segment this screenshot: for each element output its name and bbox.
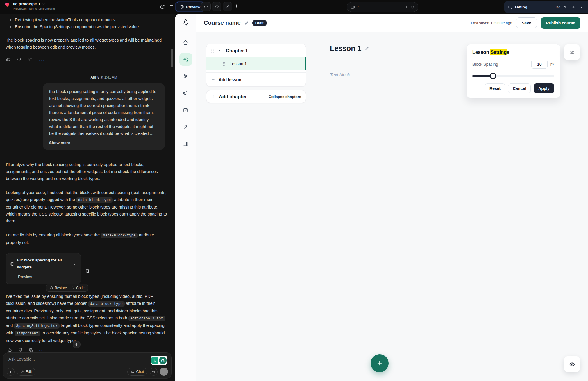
show-more-link[interactable]: Show more [49,139,70,146]
sidebar-item-analytics[interactable] [179,137,192,150]
chat-mode-button[interactable]: Chat [127,368,147,376]
edit-course-name-icon[interactable] [244,21,249,25]
thumbs-down-icon[interactable] [17,57,22,62]
edit-lesson-name-icon[interactable] [365,46,370,51]
code-label: Code [76,286,85,290]
lesson-list-item[interactable]: Lesson 1 [206,57,306,70]
bullet-text: Retrieving it when the ActionTools compo… [15,16,115,23]
sidebar-item-store[interactable] [179,104,192,116]
add-chapter-button[interactable]: Add chapter [211,94,247,99]
save-button[interactable]: Save [516,17,537,28]
add-tab-icon[interactable] [234,4,239,8]
block-spacing-slider-thumb[interactable] [490,73,496,79]
cloud-icon[interactable] [201,2,211,11]
find-next-icon[interactable] [571,4,576,10]
chapter-header[interactable]: Chapter 1 [206,44,306,57]
edit-action-card[interactable]: Fix block spacing for all widgets Previe… [6,253,81,284]
action-card-subtitle[interactable]: Preview [18,273,76,280]
app-content: Chapter 1 Lesson 1 Add lesson [196,32,588,381]
add-block-fab[interactable] [371,354,389,372]
ask-lovable-input[interactable] [8,357,104,362]
more-options-icon[interactable]: ··· [39,57,44,62]
open-external-icon[interactable] [404,5,408,9]
url-path[interactable]: / [358,5,401,9]
restore-button[interactable]: Restore [49,286,67,290]
app-header: Course name Draft Last saved 1 minute ag… [196,14,588,32]
thumbs-up-icon[interactable] [6,57,11,62]
lesson-heading: Lesson 1 [330,44,361,53]
settings-sliders-button[interactable] [564,44,580,60]
preview-eye-button[interactable] [564,356,580,372]
sidebar-item-home[interactable] [179,36,192,49]
app-main-column: Course name Draft Last saved 1 minute ag… [196,14,588,381]
drag-handle-icon[interactable] [223,62,226,66]
url-bar[interactable]: / [347,2,418,12]
assistant-paragraph: Let me fix this by ensuring all block ty… [6,232,169,246]
collapse-chapter-icon[interactable] [218,49,222,53]
app-sidebar [175,14,196,381]
last-saved-text: Last saved 1 minute ago [471,21,512,25]
timestamp-time: at 1:41 AM [99,75,117,79]
code-button[interactable]: Code [71,286,85,290]
text-block-placeholder[interactable]: Text block [330,72,350,77]
publish-course-button[interactable]: Publish course [541,17,580,29]
search-icon [508,5,512,9]
analytics-icon[interactable] [223,2,232,11]
search-highlight: Setting [490,49,507,55]
drag-handle-icon[interactable] [211,49,214,53]
action-card-title: Fix block spacing for all widgets [17,257,70,271]
refresh-icon[interactable] [410,5,414,9]
scroll-to-bottom-button[interactable] [73,341,81,348]
course-name: Course name [204,19,241,26]
apply-button[interactable]: Apply [534,83,554,93]
device-preview-icon[interactable] [351,5,355,9]
add-lesson-button[interactable]: Add lesson [206,72,306,86]
prompt-composer[interactable]: G Edit Chat [3,352,172,379]
collapse-chapters-button[interactable]: Collapse chapters [269,95,301,99]
grammarly-widget[interactable]: G [151,356,167,365]
send-button[interactable] [160,368,168,376]
lesson-settings-panel: Lesson Settings Block Spacing px Reset C… [467,44,560,98]
restore-label: Restore [55,286,67,290]
chat-mode-label: Chat [136,370,144,374]
preview-mode-button[interactable]: Preview [176,2,204,11]
find-prev-icon[interactable] [562,4,568,10]
bookmark-icon[interactable] [85,269,90,274]
bullet-text: Ensuring the SpacingSettings component u… [15,23,139,30]
message-actions: ··· [6,57,169,62]
edit-mode-label: Edit [26,370,32,374]
top-bar: flc-prototype-1 Previewing last saved ve… [0,0,588,14]
lesson-heading-block: Lesson 1 [330,44,370,53]
history-icon[interactable] [158,3,166,10]
chat-scrollbar[interactable] [171,49,173,67]
project-block[interactable]: flc-prototype-1 Previewing last saved ve… [4,2,55,10]
user-message-bubble: the block spacing setting is only correc… [43,83,165,150]
sidebar-item-community[interactable] [179,70,192,83]
assistant-summary: The block spacing is now properly applie… [6,37,169,51]
assistant-paragraph: I'll analyze why the block spacing setti… [6,161,169,182]
timestamp-date: Apr 8 [90,75,99,79]
sidebar-item-content[interactable] [179,53,192,66]
panel-toggle-icon[interactable] [168,3,175,10]
code-view-icon[interactable] [212,2,221,11]
lesson-settings-title: Lesson Settings [472,49,554,55]
app-root: flc-prototype-1 Previewing last saved ve… [0,0,588,381]
find-input[interactable] [514,5,547,9]
find-close-icon[interactable] [579,4,585,10]
edit-mode-button[interactable]: Edit [17,368,35,376]
cancel-button[interactable]: Cancel [508,83,531,93]
add-lesson-label: Add lesson [219,77,241,82]
sidebar-item-announcements[interactable] [179,87,192,99]
chat-scroll-area: Retrieving it when the ActionTools compo… [0,14,175,381]
project-name: flc-prototype-1 [13,2,40,6]
preview-mode-label: Preview [186,5,200,9]
reset-button[interactable]: Reset [485,83,505,93]
attach-plus-icon[interactable] [7,368,15,376]
block-spacing-input[interactable] [531,60,548,69]
voice-input-icon[interactable] [150,368,158,376]
block-spacing-slider[interactable] [472,73,554,79]
sidebar-item-people[interactable] [179,120,192,133]
copy-icon[interactable] [28,57,33,62]
bullet-dot [10,19,11,21]
chevron-down-icon [42,3,45,6]
